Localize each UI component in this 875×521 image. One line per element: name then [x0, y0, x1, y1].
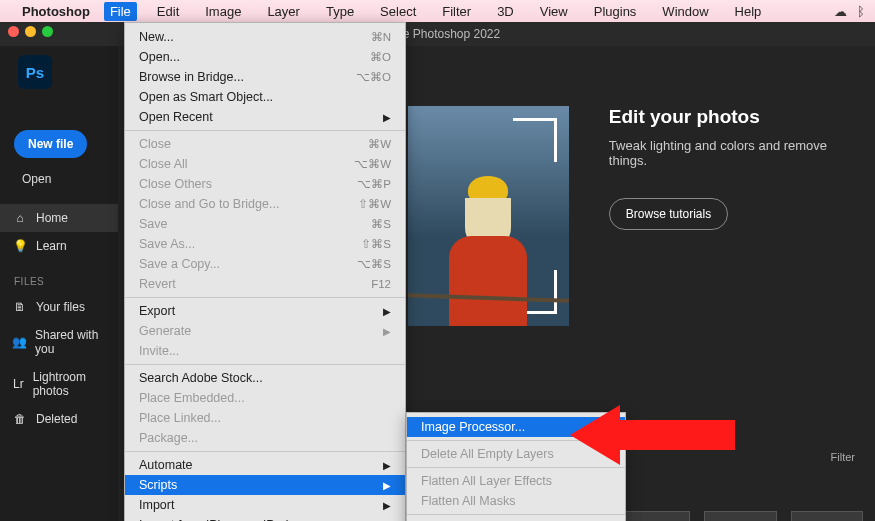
submenu-arrow-icon: ▶ — [383, 112, 391, 123]
file-icon: 🗎 — [12, 300, 28, 314]
hero-image — [408, 106, 569, 326]
window-controls — [8, 26, 53, 37]
crop-corner-tr-icon — [513, 118, 557, 162]
menu-place-embedded: Place Embedded... — [125, 388, 405, 408]
menu-package: Package... — [125, 428, 405, 448]
menu-file[interactable]: File — [104, 2, 137, 21]
sidebar-item-shared[interactable]: 👥 Shared with you — [0, 321, 118, 363]
submenu-image-processor[interactable]: Image Processor... — [407, 417, 625, 437]
menu-window[interactable]: Window — [656, 2, 714, 21]
menu-image[interactable]: Image — [199, 2, 247, 21]
menu-open-recent[interactable]: Open Recent▶ — [125, 107, 405, 127]
menu-place-linked: Place Linked... — [125, 408, 405, 428]
sidebar-yourfiles-label: Your files — [36, 300, 85, 314]
sidebar-item-lightroom[interactable]: Lr Lightroom photos — [0, 363, 118, 405]
submenu-arrow-icon: ▶ — [383, 500, 391, 511]
menu-layer[interactable]: Layer — [261, 2, 306, 21]
menu-save-as: Save As...⇧⌘S — [125, 234, 405, 254]
sidebar-item-learn[interactable]: 💡 Learn — [0, 232, 118, 260]
hero-person-figure — [443, 176, 533, 326]
menu-revert: RevertF12 — [125, 274, 405, 294]
recent-thumb[interactable] — [618, 511, 690, 521]
home-icon: ⌂ — [12, 211, 28, 225]
cloud-sync-icon[interactable]: ☁︎ — [834, 4, 847, 19]
home-sidebar: New file Open ⌂ Home 💡 Learn FILES 🗎 You… — [0, 100, 118, 521]
hero-subtitle: Tweak lighting and colors and remove thi… — [609, 138, 855, 168]
menu-import-iphone[interactable]: Import from iPhone or iPad▶ — [125, 515, 405, 521]
scripts-submenu: Image Processor... Delete All Empty Laye… — [406, 412, 626, 521]
submenu-arrow-icon: ▶ — [383, 460, 391, 471]
recent-thumb[interactable] — [791, 511, 863, 521]
submenu-flatten-effects: Flatten All Layer Effects — [407, 471, 625, 491]
open-button[interactable]: Open — [22, 172, 118, 186]
file-menu-dropdown: New...⌘N Open...⌘O Browse in Bridge...⌥⌘… — [124, 22, 406, 521]
menu-save-copy: Save a Copy...⌥⌘S — [125, 254, 405, 274]
browse-tutorials-button[interactable]: Browse tutorials — [609, 198, 728, 230]
menu-edit[interactable]: Edit — [151, 2, 185, 21]
menu-browse-bridge[interactable]: Browse in Bridge...⌥⌘O — [125, 67, 405, 87]
sidebar-item-deleted[interactable]: 🗑 Deleted — [0, 405, 118, 433]
lightroom-icon: Lr — [12, 377, 25, 391]
learn-icon: 💡 — [12, 239, 28, 253]
app-name[interactable]: Photoshop — [22, 4, 90, 19]
menu-export[interactable]: Export▶ — [125, 301, 405, 321]
sidebar-item-yourfiles[interactable]: 🗎 Your files — [0, 293, 118, 321]
new-file-button[interactable]: New file — [14, 130, 87, 158]
menubar-status-icons: ☁︎ ᛒ — [834, 4, 865, 19]
submenu-arrow-icon: ▶ — [383, 326, 391, 337]
menu-help[interactable]: Help — [729, 2, 768, 21]
hero-panel: Edit your photos Tweak lighting and colo… — [408, 106, 855, 366]
menu-view[interactable]: View — [534, 2, 574, 21]
submenu-flatten-masks: Flatten All Masks — [407, 491, 625, 511]
menu-type[interactable]: Type — [320, 2, 360, 21]
menu-3d[interactable]: 3D — [491, 2, 520, 21]
menu-open[interactable]: Open...⌘O — [125, 47, 405, 67]
sidebar-deleted-label: Deleted — [36, 412, 77, 426]
window-minimize-button[interactable] — [25, 26, 36, 37]
menu-close-bridge: Close and Go to Bridge...⇧⌘W — [125, 194, 405, 214]
menu-search-stock[interactable]: Search Adobe Stock... — [125, 368, 405, 388]
menu-close-all: Close All⌥⌘W — [125, 154, 405, 174]
menu-invite: Invite... — [125, 341, 405, 361]
menu-import[interactable]: Import▶ — [125, 495, 405, 515]
menu-select[interactable]: Select — [374, 2, 422, 21]
window-zoom-button[interactable] — [42, 26, 53, 37]
menu-automate[interactable]: Automate▶ — [125, 455, 405, 475]
files-section-label: FILES — [14, 276, 118, 287]
menu-close: Close⌘W — [125, 134, 405, 154]
filter-label[interactable]: Filter — [831, 451, 855, 463]
submenu-arrow-icon: ▶ — [383, 306, 391, 317]
menu-generate: Generate▶ — [125, 321, 405, 341]
menu-new[interactable]: New...⌘N — [125, 27, 405, 47]
trash-icon: 🗑 — [12, 412, 28, 426]
hero-title: Edit your photos — [609, 106, 855, 128]
shared-icon: 👥 — [12, 335, 27, 349]
window-close-button[interactable] — [8, 26, 19, 37]
menu-filter[interactable]: Filter — [436, 2, 477, 21]
mac-menubar: Photoshop File Edit Image Layer Type Sel… — [0, 0, 875, 22]
menu-plugins[interactable]: Plugins — [588, 2, 643, 21]
sidebar-learn-label: Learn — [36, 239, 67, 253]
sidebar-home-label: Home — [36, 211, 68, 225]
sidebar-item-home[interactable]: ⌂ Home — [0, 204, 118, 232]
recent-thumb[interactable] — [704, 511, 776, 521]
submenu-arrow-icon: ▶ — [383, 480, 391, 491]
menu-scripts[interactable]: Scripts▶ — [125, 475, 405, 495]
menu-close-others: Close Others⌥⌘P — [125, 174, 405, 194]
sidebar-shared-label: Shared with you — [35, 328, 106, 356]
menu-open-smart[interactable]: Open as Smart Object... — [125, 87, 405, 107]
sidebar-lightroom-label: Lightroom photos — [33, 370, 106, 398]
photoshop-logo: Ps — [18, 55, 52, 89]
bluetooth-icon[interactable]: ᛒ — [857, 4, 865, 19]
recent-thumbnails — [618, 511, 863, 521]
menu-save: Save⌘S — [125, 214, 405, 234]
submenu-delete-empty: Delete All Empty Layers — [407, 444, 625, 464]
